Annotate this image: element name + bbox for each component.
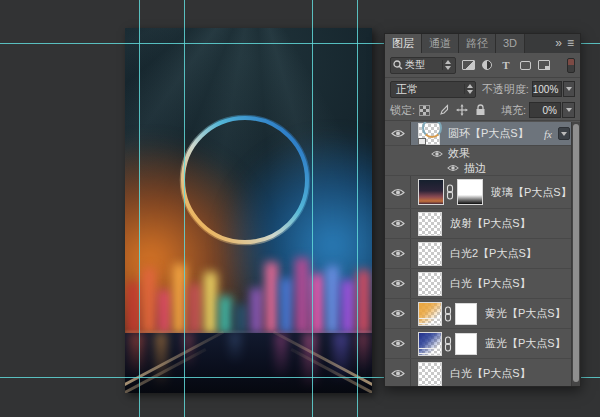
mask-link-icon[interactable] — [444, 336, 452, 352]
eye-icon — [447, 164, 459, 172]
layer-mask-thumbnail[interactable] — [455, 333, 477, 355]
mask-link-icon[interactable] — [444, 306, 452, 322]
filter-kind-dropdown[interactable]: 类型 — [390, 57, 456, 74]
layer-name[interactable]: 白光2【P大点S】 — [450, 246, 537, 261]
panel-tab-bar: 图层 通道 路径 3D » ≡ — [385, 34, 580, 53]
effects-row[interactable]: 效果 — [385, 146, 573, 161]
stroke-effect-row[interactable]: 描边 — [385, 161, 573, 176]
blend-mode-dropdown[interactable]: 正常 — [390, 81, 476, 98]
visibility-toggle[interactable] — [385, 209, 411, 238]
tab-channels[interactable]: 通道 — [422, 34, 459, 53]
layer-thumbnail[interactable] — [418, 212, 442, 236]
gradient-ring — [175, 110, 315, 250]
eye-icon — [391, 129, 405, 138]
visibility-toggle[interactable] — [385, 269, 411, 298]
layer-thumbnail[interactable] — [418, 302, 442, 326]
tab-3d[interactable]: 3D — [496, 34, 525, 53]
visibility-toggle[interactable] — [385, 329, 411, 358]
layer-row-yellowlight[interactable]: 黄光【P大点S】 — [385, 299, 573, 329]
lock-position-icon[interactable] — [456, 104, 468, 116]
document-canvas[interactable] — [125, 28, 372, 393]
visibility-toggle[interactable] — [385, 122, 411, 145]
visibility-toggle[interactable] — [385, 239, 411, 268]
layer-row-bluelight[interactable]: 蓝光【P大点S】 — [385, 329, 573, 359]
layer-list-scrollbar[interactable] — [571, 122, 580, 386]
eye-icon — [391, 369, 405, 378]
river-water — [125, 333, 372, 393]
layer-row-whitelight-upper[interactable]: 白光【P大点S】 — [385, 269, 573, 299]
fill-label: 填充: — [501, 103, 526, 118]
opacity-dropdown-button[interactable] — [563, 81, 575, 97]
panel-menu-icon[interactable]: ≡ — [565, 34, 580, 53]
opacity-value-field[interactable]: 100% — [532, 81, 563, 97]
layer-row-radial[interactable]: 放射【P大点S】 — [385, 209, 573, 239]
eye-icon — [391, 188, 405, 197]
layer-name[interactable]: 白光【P大点S】 — [450, 276, 531, 291]
layer-row-whitelight2[interactable]: 白光2【P大点S】 — [385, 239, 573, 269]
opacity-label: 不透明度: — [482, 82, 529, 97]
layer-row-ring[interactable]: 圆环【P大点S】 fx — [385, 122, 573, 146]
visibility-toggle[interactable] — [431, 150, 443, 158]
visibility-toggle[interactable] — [385, 359, 411, 386]
lock-label: 锁定: — [390, 103, 415, 118]
layer-name[interactable]: 放射【P大点S】 — [450, 216, 531, 231]
layer-row-glass[interactable]: 玻璃【P大点S】 — [385, 176, 573, 209]
layer-thumbnail[interactable] — [418, 332, 442, 356]
search-icon — [393, 60, 403, 70]
layers-panel: 图层 通道 路径 3D » ≡ 类型 T — [384, 33, 581, 387]
fill-dropdown-button[interactable] — [562, 102, 575, 118]
vertical-guide-3[interactable] — [312, 0, 313, 417]
fill-value-field[interactable]: 0% — [529, 102, 561, 118]
layer-mask-thumbnail[interactable] — [457, 179, 483, 205]
filter-smart-objects-icon[interactable] — [537, 59, 551, 71]
tab-layers[interactable]: 图层 — [385, 34, 422, 53]
filter-on-off-toggle[interactable] — [567, 58, 575, 73]
collapse-effects-icon[interactable] — [558, 127, 570, 140]
layer-thumbnail[interactable] — [418, 179, 444, 205]
mask-link-icon[interactable] — [446, 184, 454, 200]
dropdown-spinner-icon — [464, 84, 475, 94]
layer-thumbnail[interactable] — [418, 362, 442, 386]
filter-pixel-layers-icon[interactable] — [461, 59, 475, 71]
layer-name[interactable]: 玻璃【P大点S】 — [491, 185, 572, 200]
layer-row-whitelight-bottom[interactable]: 白光【P大点S】 — [385, 359, 573, 386]
layer-mask-thumbnail[interactable] — [455, 303, 477, 325]
layer-thumbnail[interactable] — [418, 123, 440, 145]
layer-name[interactable]: 圆环【P大点S】 — [448, 126, 529, 141]
blend-mode-value: 正常 — [396, 82, 464, 97]
layer-filter-row: 类型 T — [385, 53, 580, 78]
filter-shape-layers-icon[interactable] — [518, 59, 532, 71]
vertical-guide-4[interactable] — [357, 0, 358, 417]
collapse-panel-icon[interactable]: » — [551, 34, 565, 53]
dropdown-spinner-icon — [442, 60, 453, 70]
layer-list: 圆环【P大点S】 fx 效果 描边 — [385, 122, 580, 386]
layer-thumbnail[interactable] — [418, 272, 442, 296]
visibility-toggle[interactable] — [385, 176, 411, 208]
eye-icon — [391, 339, 405, 348]
layer-thumbnail[interactable] — [418, 242, 442, 266]
layer-name[interactable]: 白光【P大点S】 — [450, 366, 531, 381]
visibility-toggle[interactable] — [385, 299, 411, 328]
tab-paths[interactable]: 路径 — [459, 34, 496, 53]
filter-type-layers-icon[interactable]: T — [499, 59, 513, 71]
effects-label[interactable]: 效果 — [448, 146, 470, 161]
vertical-guide-1[interactable] — [139, 0, 140, 417]
eye-icon — [391, 279, 405, 288]
scrollbar-thumb[interactable] — [573, 124, 579, 382]
eye-icon — [391, 249, 405, 258]
eye-icon — [431, 150, 443, 158]
filter-adjustment-layers-icon[interactable] — [480, 59, 494, 71]
lock-paint-icon[interactable] — [437, 104, 449, 116]
visibility-toggle[interactable] — [447, 164, 459, 172]
stroke-effect-label[interactable]: 描边 — [464, 161, 486, 176]
fx-badge: fx — [544, 128, 552, 140]
layer-name[interactable]: 黄光【P大点S】 — [485, 306, 566, 321]
vertical-guide-2[interactable] — [184, 0, 185, 417]
lock-transparency-icon[interactable] — [419, 105, 430, 116]
filter-kind-label: 类型 — [405, 58, 442, 72]
eye-icon — [391, 219, 405, 228]
lock-all-icon[interactable] — [475, 104, 486, 116]
photoshop-workspace: 图层 通道 路径 3D » ≡ 类型 T — [0, 0, 600, 417]
layer-name[interactable]: 蓝光【P大点S】 — [485, 336, 566, 351]
city-skyline — [125, 250, 372, 334]
